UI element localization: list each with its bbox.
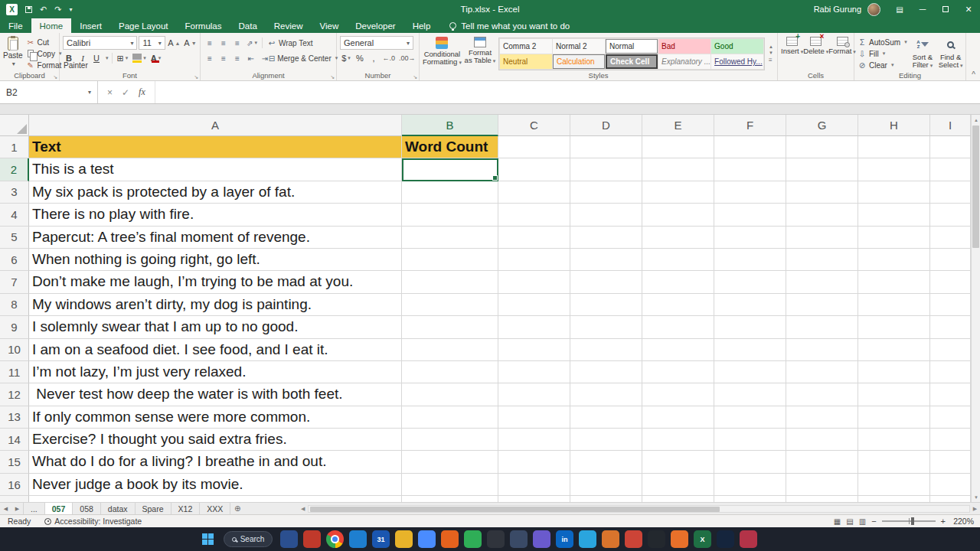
normal-view-button[interactable]: ▦ (834, 517, 841, 526)
clear-button[interactable]: ⊘Clear▾ (858, 60, 907, 70)
delete-cells-button[interactable]: Delete▾ (803, 35, 828, 70)
cell-b11[interactable] (402, 361, 498, 383)
redo-button[interactable]: ↷ (54, 5, 61, 15)
cell-g11[interactable] (786, 361, 858, 383)
cell-g3[interactable] (786, 181, 858, 204)
sheet-tab-xxx[interactable]: XXX (200, 503, 230, 514)
cell-e13[interactable] (642, 406, 714, 429)
ribbon-tab-help[interactable]: Help (404, 18, 439, 33)
cell-g2[interactable] (786, 158, 858, 181)
zoom-in-button[interactable]: + (941, 517, 946, 526)
collapse-ribbon-button[interactable]: ^ (972, 70, 975, 79)
format-as-table-button[interactable]: Format as Table▾ (464, 35, 496, 70)
avatar[interactable] (867, 3, 880, 16)
ribbon-tab-data[interactable]: Data (230, 18, 266, 33)
cell-i7[interactable] (930, 271, 971, 293)
cell-h14[interactable] (858, 429, 930, 451)
cell-f8[interactable] (714, 294, 786, 316)
cell-a11[interactable]: I’m not lazy, I’m just very relaxed. (29, 361, 402, 383)
percent-format-button[interactable]: % (354, 51, 366, 65)
cell-g17[interactable] (786, 496, 858, 502)
cell-d2[interactable] (570, 158, 642, 181)
cell-h9[interactable] (858, 316, 930, 338)
cell-c13[interactable] (498, 406, 570, 429)
taskbar-app-photoshop[interactable] (717, 530, 734, 548)
underline-button[interactable]: U (90, 51, 103, 65)
cell-h11[interactable] (858, 361, 930, 383)
insert-function-button[interactable]: fx (139, 86, 145, 98)
cell-i13[interactable] (930, 406, 971, 429)
row-header-6[interactable]: 6 (0, 249, 29, 271)
merge-center-button[interactable]: ⊟Merge & Center▾ (273, 51, 334, 65)
cell-c10[interactable] (498, 339, 570, 361)
zoom-slider-thumb[interactable] (911, 517, 914, 525)
style-comma-2[interactable]: Comma 2 (500, 39, 552, 54)
taskbar-app-telegram[interactable] (579, 530, 596, 548)
cell-d13[interactable] (570, 406, 642, 429)
row-header-5[interactable]: 5 (0, 227, 29, 249)
cell-i5[interactable] (930, 227, 971, 249)
cell-f7[interactable] (714, 271, 786, 293)
fill-color-button[interactable]: ▾ (131, 51, 148, 65)
cell-b7[interactable] (402, 271, 498, 293)
cell-f16[interactable] (714, 474, 786, 496)
hscroll-right-icon[interactable]: ▶ (970, 506, 980, 512)
cell-d10[interactable] (570, 339, 642, 361)
cell-i3[interactable] (930, 181, 971, 204)
gallery-more-icon[interactable]: ≡ (769, 57, 773, 64)
zoom-out-button[interactable]: − (871, 517, 876, 526)
cell-f15[interactable] (714, 451, 786, 473)
cell-f9[interactable] (714, 316, 786, 338)
cell-a14[interactable]: Exercise? I thought you said extra fries… (29, 429, 402, 451)
cell-a3[interactable]: My six pack is protected by a layer of f… (29, 181, 402, 204)
cell-i17[interactable] (930, 496, 971, 502)
style-check-cell[interactable]: Check Cell (606, 54, 658, 69)
decrease-font-size-button[interactable]: A▼ (183, 36, 198, 50)
cell-d1[interactable] (570, 136, 642, 158)
ribbon-tab-developer[interactable]: Developer (347, 18, 403, 33)
cell-b1[interactable]: Word Count (402, 136, 498, 158)
cell-i12[interactable] (930, 383, 971, 406)
cell-b12[interactable] (402, 383, 498, 406)
align-right-button[interactable]: ≡ (231, 51, 243, 65)
cell-b9[interactable] (402, 316, 498, 338)
cell-g4[interactable] (786, 204, 858, 226)
row-header-17[interactable]: 17 (0, 496, 29, 502)
cell-d4[interactable] (570, 204, 642, 226)
cell-c2[interactable] (498, 158, 570, 181)
page-layout-view-button[interactable]: ▤ (846, 517, 853, 526)
taskbar-app-file-explorer[interactable] (395, 530, 413, 548)
cell-h15[interactable] (858, 451, 930, 473)
cell-a4[interactable]: There is no play with fire. (29, 204, 402, 226)
page-break-view-button[interactable]: ▥ (859, 517, 866, 526)
font-size-select[interactable]: 11▾ (139, 36, 165, 50)
cell-d16[interactable] (570, 474, 642, 496)
cell-b17[interactable] (402, 496, 498, 502)
column-header-d[interactable]: D (570, 115, 642, 136)
taskbar-app-photos[interactable] (303, 530, 321, 548)
scroll-down-icon[interactable]: ▼ (972, 492, 980, 502)
row-header-3[interactable]: 3 (0, 181, 29, 204)
taskbar-search[interactable]: Search (224, 531, 273, 547)
column-header-i[interactable]: I (930, 115, 971, 136)
taskbar-app-steam[interactable] (510, 530, 528, 548)
sheet-tab-x12[interactable]: X12 (172, 503, 201, 514)
cell-f6[interactable] (714, 249, 786, 271)
cell-d15[interactable] (570, 451, 642, 473)
column-header-h[interactable]: H (858, 115, 930, 136)
cell-g7[interactable] (786, 271, 858, 293)
cell-b4[interactable] (402, 204, 498, 226)
sort-filter-button[interactable]: AZ Sort & Filter▾ (910, 35, 936, 70)
cell-e2[interactable] (642, 158, 714, 181)
scroll-up-icon[interactable]: ▲ (972, 115, 980, 125)
cell-h3[interactable] (858, 181, 930, 204)
column-header-b[interactable]: B (402, 115, 498, 136)
cell-a6[interactable]: When nothing is going right, go left. (29, 249, 402, 271)
add-sheet-button[interactable]: ⊕ (230, 503, 244, 514)
row-header-12[interactable]: 12 (0, 383, 29, 406)
name-box[interactable]: B2 ▾ (0, 81, 98, 103)
cell-i16[interactable] (930, 474, 971, 496)
cell-i14[interactable] (930, 429, 971, 451)
taskbar-app-gmail[interactable] (625, 530, 642, 548)
taskbar-app-firefox[interactable] (441, 530, 459, 548)
